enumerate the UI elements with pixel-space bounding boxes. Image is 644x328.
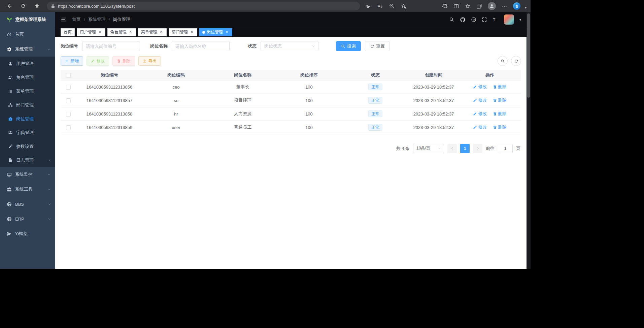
browser-refresh-button[interactable] — [19, 1, 28, 11]
status-select[interactable]: 岗位状态 — [261, 41, 318, 51]
page-number-1[interactable]: 1 — [460, 144, 470, 153]
close-icon[interactable]: × — [190, 30, 194, 35]
bing-discover-icon[interactable]: b — [513, 2, 520, 10]
sidebar-item-erp[interactable]: ERP — [0, 211, 55, 226]
export-button[interactable]: 导出 — [138, 56, 161, 66]
breadcrumb-system-management[interactable]: 系统管理 — [88, 17, 106, 23]
goto-page-input[interactable] — [498, 144, 513, 153]
row-delete-link[interactable]: 删除 — [493, 124, 507, 130]
chevron-down-icon — [47, 217, 51, 221]
row-delete-label: 删除 — [498, 111, 507, 117]
app-logo[interactable]: 意框架管理系统 — [0, 12, 55, 27]
logo-sprout-icon — [6, 16, 13, 23]
sidebar-item-system-monitoring[interactable]: 系统监控 — [0, 167, 55, 182]
collections-icon[interactable] — [476, 3, 482, 9]
breadcrumb-home[interactable]: 首页 — [72, 17, 81, 23]
header-search-icon[interactable] — [449, 17, 454, 22]
close-icon[interactable]: × — [98, 30, 102, 35]
user-avatar[interactable] — [504, 14, 514, 25]
sidebar-item-role-management[interactable]: 角色管理 — [0, 70, 55, 84]
globe-icon — [7, 202, 12, 207]
sidebar-item-system-tools[interactable]: 系统工具 — [0, 182, 55, 197]
tab-label: 菜单管理 — [141, 29, 157, 35]
row-edit-link[interactable]: 修改 — [473, 124, 487, 130]
reset-button[interactable]: 重置 — [365, 41, 390, 51]
main-area: 首页 / 系统管理 / 岗位管理 ▾ — [55, 12, 527, 269]
tab-role-management[interactable]: 角色管理 × — [107, 28, 136, 36]
show-search-toggle-button[interactable] — [498, 56, 508, 66]
tab-menu-management[interactable]: 菜单管理 × — [138, 28, 167, 36]
close-icon[interactable]: × — [159, 30, 164, 35]
browser-back-button[interactable] — [5, 1, 14, 11]
row-delete-link[interactable]: 删除 — [493, 97, 507, 103]
extensions-puzzle-icon[interactable] — [442, 3, 448, 9]
password-key-icon[interactable] — [365, 3, 371, 9]
add-favorite-star-icon[interactable] — [401, 3, 407, 9]
row-checkbox[interactable] — [66, 85, 71, 90]
dashboard-icon — [7, 32, 12, 37]
post-name-input[interactable] — [172, 41, 230, 51]
font-size-icon[interactable] — [493, 17, 499, 23]
sidebar-item-department-management[interactable]: 部门管理 — [0, 98, 55, 112]
page-scrollbar[interactable] — [527, 12, 531, 269]
sidebar-item-menu-management[interactable]: 菜单管理 — [0, 84, 55, 98]
sidebar-collapse-button[interactable] — [61, 17, 67, 23]
sidebar-item-dictionary-management[interactable]: 字典管理 — [0, 126, 55, 139]
chevron-down-icon[interactable]: ▾ — [525, 6, 527, 9]
tab-user-management[interactable]: 用户管理 × — [77, 28, 105, 36]
row-checkbox[interactable] — [66, 112, 71, 117]
sidebar-item-user-management[interactable]: 用户管理 — [0, 57, 55, 70]
browser-menu-dots-icon[interactable] — [502, 3, 507, 9]
edit-button[interactable]: 修改 — [87, 56, 109, 66]
browser-profile-avatar[interactable] — [488, 2, 496, 10]
page-size-select[interactable]: 10条/页 — [413, 144, 444, 153]
chevron-down-icon[interactable]: ▾ — [519, 18, 521, 22]
export-button-label: 导出 — [148, 58, 157, 64]
row-checkbox[interactable] — [66, 98, 71, 103]
tab-post-management[interactable]: 岗位管理 × — [199, 28, 232, 36]
column-post-code: 岗位编码 — [143, 70, 209, 80]
help-question-icon[interactable] — [471, 17, 476, 22]
favorites-star-icon[interactable] — [465, 3, 471, 9]
cell-created-time: 2023-03-29 18:52:37 — [409, 107, 459, 121]
cell-created-time: 2023-03-29 18:52:37 — [409, 121, 459, 134]
row-edit-link[interactable]: 修改 — [473, 84, 487, 90]
refresh-table-button[interactable] — [511, 56, 521, 66]
sidebar-item-post-management[interactable]: 岗位管理 — [0, 112, 55, 126]
cell-post-code: hr — [143, 107, 209, 121]
select-all-checkbox[interactable] — [66, 73, 71, 78]
sidebar-item-yi-framework[interactable]: Yi框架 — [0, 226, 55, 241]
row-edit-label: 修改 — [478, 97, 487, 103]
sidebar-item-log-management[interactable]: 日志管理 — [0, 153, 55, 167]
row-delete-link[interactable]: 删除 — [493, 84, 507, 90]
read-aloud-icon[interactable] — [377, 3, 383, 9]
address-bar[interactable]: https://ccnetcore.com:1101/system/post — [47, 2, 360, 10]
zoom-out-icon[interactable] — [389, 3, 395, 9]
next-page-button[interactable] — [473, 144, 482, 153]
scrollbar-thumb[interactable] — [527, 13, 530, 98]
fullscreen-icon[interactable] — [482, 17, 487, 22]
close-icon[interactable]: × — [225, 30, 229, 35]
tab-home[interactable]: 首页 — [61, 28, 75, 36]
pagination-total: 共 4 条 — [396, 145, 410, 152]
sidebar-item-parameter-settings[interactable]: 参数设置 — [0, 139, 55, 153]
prev-page-button[interactable] — [447, 144, 457, 153]
sidebar-item-home[interactable]: 首页 — [0, 27, 55, 42]
split-screen-icon[interactable] — [453, 3, 459, 9]
sidebar-item-bbs[interactable]: BBS — [0, 197, 55, 211]
close-icon[interactable]: × — [128, 30, 133, 35]
row-edit-link[interactable]: 修改 — [473, 111, 487, 117]
row-delete-link[interactable]: 删除 — [493, 111, 507, 117]
add-button[interactable]: 新增 — [61, 56, 83, 66]
search-button[interactable]: 搜索 — [336, 41, 361, 51]
row-edit-link[interactable]: 修改 — [473, 97, 487, 103]
delete-button[interactable]: 删除 — [112, 56, 135, 66]
sidebar-item-system-management[interactable]: 系统管理 — [0, 42, 55, 57]
post-code-input[interactable] — [82, 41, 140, 51]
github-icon[interactable] — [460, 17, 466, 23]
cell-post-id: 1641030593112313856 — [76, 80, 143, 94]
tab-department-management[interactable]: 部门管理 × — [169, 28, 197, 36]
browser-home-button[interactable] — [32, 1, 42, 11]
cell-post-name: 人力资源 — [209, 107, 276, 121]
row-checkbox[interactable] — [66, 125, 71, 130]
